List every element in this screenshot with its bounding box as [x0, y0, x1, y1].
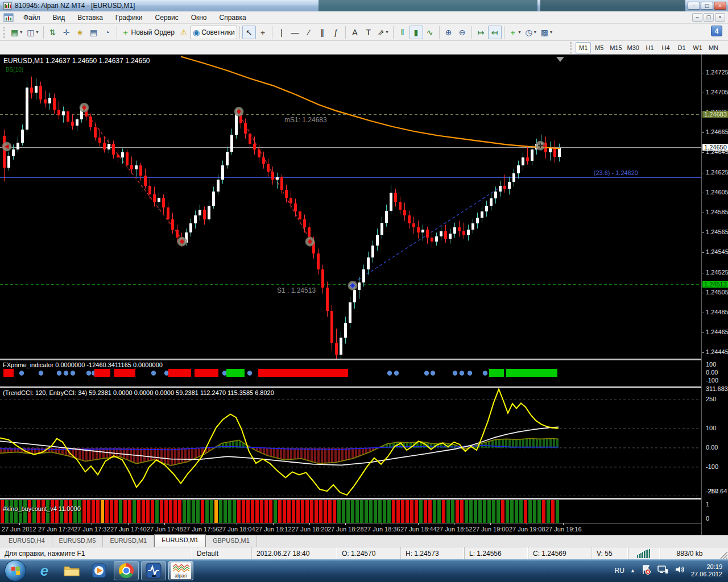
minimize-button[interactable]: – — [688, 2, 700, 10]
indicators-button[interactable]: ＋▾ — [507, 26, 523, 39]
tab-eurusd-m5[interactable]: EURUSD,M5 — [52, 535, 104, 547]
mdi-restore-button[interactable]: ▢ — [704, 13, 714, 22]
timeframe-d1-button[interactable]: D1 — [674, 42, 689, 53]
taskbar-alpari-mt4-icon[interactable]: alpari — [168, 561, 193, 580]
status-profile[interactable]: Default — [192, 547, 251, 559]
timeframe-w1-button[interactable]: W1 — [690, 42, 705, 53]
network-icon[interactable] — [657, 564, 668, 577]
timeframe-m1-button[interactable]: M1 — [576, 42, 591, 53]
taskbar-explorer-icon[interactable] — [59, 561, 84, 580]
trend-line-button[interactable]: ∕ — [302, 26, 316, 39]
price-chart-canvas[interactable]: (23.6) - 1.24620mS1: 1.24683S1 : 1.24513 — [0, 55, 701, 359]
menu-item-file[interactable]: Файл — [17, 13, 47, 23]
timeframe-m5-button[interactable]: M5 — [592, 42, 607, 53]
vertical-line-button[interactable]: | — [275, 26, 288, 39]
menu-item-insert[interactable]: Вставка — [71, 13, 109, 23]
notifications-badge[interactable]: 4 — [711, 26, 722, 36]
time-label: 27 Jun 18:28 — [328, 526, 364, 533]
cci-axis-label: 0.00 — [706, 444, 718, 451]
market-watch-button[interactable]: ⇅ — [46, 26, 60, 39]
time-tick — [201, 523, 201, 525]
fibonacci-button[interactable]: ƒ — [329, 26, 343, 39]
mdi-close-button[interactable]: × — [715, 13, 725, 22]
equidistant-channel-button[interactable]: ∥ — [316, 26, 329, 39]
bar-chart-button[interactable]: ‖ — [396, 26, 410, 39]
toolbar-separator — [345, 26, 346, 39]
cci-axis-label: 250 — [706, 396, 716, 402]
experts-button[interactable]: ◉Советники — [191, 26, 237, 39]
timeframe-m15-button[interactable]: M15 — [607, 42, 624, 53]
strategy-tester-button[interactable]: ◔ — [101, 26, 114, 39]
taskbar-chrome-icon[interactable] — [114, 561, 139, 580]
toolbar-grip[interactable] — [3, 27, 6, 38]
price-tick — [702, 93, 704, 93]
svg-text:alpari: alpari — [175, 573, 187, 579]
templates-button[interactable]: ▩▾ — [539, 26, 555, 39]
timeframe-mn-button[interactable]: MN — [706, 42, 721, 53]
language-indicator[interactable]: RU — [615, 567, 624, 575]
resize-grip[interactable] — [719, 547, 728, 559]
timeframe-m30-button[interactable]: M30 — [625, 42, 642, 53]
tab-eurusd-h4[interactable]: EURUSD,H4 — [2, 535, 52, 547]
zoom-out-button[interactable]: ⊖ — [456, 26, 469, 39]
alert-icon: ⚠ — [180, 28, 188, 36]
arrows-button[interactable]: ⇗▾ — [375, 26, 391, 39]
auto-scroll-button[interactable]: ↦ — [474, 26, 488, 39]
chart-shift-button[interactable]: ↤ — [488, 26, 502, 39]
time-axis[interactable]: 27 Jun 201227 Jun 17:2427 Jun 17:3227 Ju… — [0, 523, 701, 535]
periods-button[interactable]: ◷▾ — [523, 26, 539, 39]
buycount-panel-canvas[interactable] — [0, 500, 701, 523]
hidden-icons-button[interactable]: ▲ — [630, 568, 635, 573]
time-tick — [128, 523, 129, 525]
line-chart-button[interactable]: ∿ — [423, 26, 437, 39]
tab-gbpusd-m1[interactable]: GBPUSD,M1 — [206, 535, 257, 547]
menu-item-help[interactable]: Справка — [213, 13, 253, 23]
candlesticks-button[interactable]: ▮ — [410, 26, 423, 39]
menu-item-tools[interactable]: Сервис — [149, 13, 185, 23]
alert-button[interactable]: ⚠ — [177, 26, 191, 39]
tab-eurusd-m1-active[interactable]: EURUSD,M1 — [154, 534, 206, 547]
action-center-icon[interactable] — [641, 564, 651, 577]
start-button[interactable] — [5, 560, 26, 581]
window-titlebar[interactable]: 810945: Alpari NZ MT4 - [EURUSD,M1] – ▢ … — [0, 0, 728, 11]
timeframe-h4-button[interactable]: H4 — [658, 42, 673, 53]
chart-indicator-label: BS(10) — [6, 66, 23, 73]
close-button[interactable]: × — [714, 2, 726, 10]
cci-axis-label: 311.6833 — [706, 385, 728, 392]
time-tick — [382, 523, 382, 525]
zoom-in-icon: ⊕ — [445, 28, 452, 36]
price-label: 1.24545 — [706, 248, 728, 255]
navigator-button[interactable]: ★ — [73, 26, 87, 39]
text-label-button[interactable]: T — [362, 26, 375, 39]
cci-panel-canvas[interactable] — [0, 388, 701, 498]
taskbar-media-player-icon[interactable] — [86, 561, 111, 580]
terminal-button[interactable]: ▤ — [87, 26, 101, 39]
new-chart-button[interactable]: ▦▾ — [9, 26, 24, 39]
toolbar: ▦▾◫▾⇅✛★▤◔＋Новый Ордер⚠◉Советники↖＋|—∕∥ƒA… — [0, 24, 728, 41]
taskbar-pulse-app-icon[interactable] — [141, 561, 166, 580]
data-window-button[interactable]: ✛ — [60, 26, 73, 39]
profiles-button[interactable]: ◫▾ — [24, 26, 40, 39]
taskbar-clock[interactable]: 20:19 27.06.2012 — [691, 563, 722, 578]
vertical-line-icon: | — [280, 28, 283, 36]
taskbar-internet-explorer-icon[interactable]: e — [32, 561, 57, 580]
taskbar: e alpari RU ▲ — [0, 559, 728, 582]
time-tick — [563, 523, 564, 525]
zoom-in-button[interactable]: ⊕ — [442, 26, 456, 39]
tab-eurusd-m1[interactable]: EURUSD,M1 — [103, 535, 154, 547]
timeframe-grip[interactable] — [570, 42, 572, 53]
speaker-icon[interactable] — [674, 564, 685, 577]
cursor-button[interactable]: ↖ — [242, 26, 256, 39]
horizontal-line-button[interactable]: — — [288, 26, 302, 39]
time-label: 27 Jun 17:48 — [147, 526, 183, 533]
menu-item-view[interactable]: Вид — [47, 13, 72, 23]
price-axis[interactable]: 1.247251.247051.246851.246651.246451.246… — [701, 55, 728, 535]
timeframe-h1-button[interactable]: H1 — [642, 42, 657, 53]
maximize-button[interactable]: ▢ — [701, 2, 713, 10]
menu-item-window[interactable]: Окно — [185, 13, 213, 23]
new-order-button[interactable]: ＋Новый Ордер — [119, 26, 177, 39]
text-button[interactable]: A — [348, 26, 362, 39]
menu-item-charts[interactable]: Графики — [109, 13, 149, 23]
crosshair-button[interactable]: ＋ — [256, 26, 270, 39]
mdi-minimize-button[interactable]: – — [692, 13, 702, 22]
